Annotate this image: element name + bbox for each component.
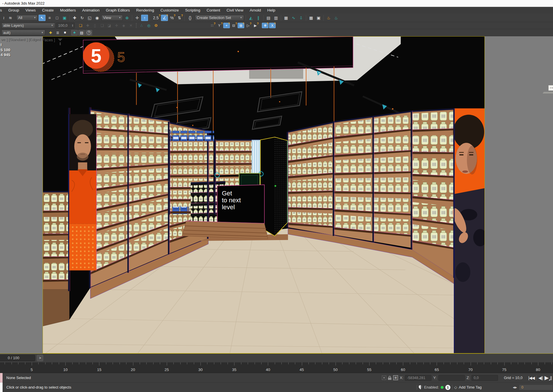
render-setup-icon[interactable]: ▩ — [308, 15, 315, 21]
snap-frozen-icon[interactable]: ❄? — [262, 23, 268, 28]
snap-face-filled-icon[interactable]: ▶? — [252, 23, 259, 28]
isolate-selection-icon[interactable] — [382, 376, 386, 380]
layer-stack-icon[interactable]: ≣ — [54, 30, 61, 35]
menu-item-create[interactable]: Create — [39, 7, 57, 14]
snap-sphere-icon[interactable]: ❂ — [153, 23, 159, 28]
unlink-selection-icon[interactable]: ≋ — [7, 15, 14, 21]
edit-named-selection-sets-icon[interactable]: {} — [186, 15, 194, 21]
x-coordinate-field[interactable]: -58348,281 — [405, 375, 431, 381]
percent-snap-toggle-icon[interactable]: %? — [168, 15, 175, 21]
y-coordinate-field[interactable] — [438, 375, 465, 381]
preset-dropdown[interactable]: ault)▼ — [1, 30, 45, 35]
menu-item-help[interactable]: Help — [264, 7, 279, 14]
reference-coordinate-system-dropdown[interactable]: View▼ — [101, 15, 123, 21]
track-bar[interactable]: 5101520253035404550556065707580 — [0, 362, 553, 373]
selection-filter-dropdown[interactable]: All▼ — [16, 15, 38, 21]
menu-item-arnold[interactable]: Arnold — [247, 7, 264, 14]
select-and-manipulate-icon[interactable]: ✛ — [134, 15, 141, 21]
add-keyframe-icon[interactable]: ✚ — [47, 30, 54, 35]
select-and-place-icon[interactable]: ◉ — [94, 15, 101, 21]
menu-item-scripting[interactable]: Scripting — [182, 7, 204, 14]
selection-lock-icon[interactable] — [388, 376, 391, 380]
play-button[interactable]: ▶ — [544, 374, 548, 381]
add-time-tag[interactable]: Add Time Tag — [459, 385, 482, 389]
layer-value-spinner[interactable]: 100,0▲▼ — [56, 23, 75, 28]
viewcube[interactable]: FRON — [548, 85, 553, 91]
snap-midpoint-icon[interactable]: ⊟? — [230, 23, 237, 28]
snap-grid-points-icon[interactable]: ∷? — [209, 23, 215, 28]
frame-spinner-icon[interactable]: ◀▶ — [513, 386, 517, 389]
previous-frame-button[interactable]: ◀|| — [538, 376, 543, 380]
keyboard-shortcut-override-icon[interactable]: ↑ — [141, 15, 148, 21]
named-selection-sets-dropdown[interactable]: Create Selection Set▼ — [195, 15, 244, 21]
snap-x-icon[interactable]: X? — [269, 23, 276, 28]
schematic-view-icon[interactable]: ∿ — [290, 15, 297, 21]
absolute-mode-transform-icon[interactable]: ✛ — [393, 375, 398, 380]
curve-editor-icon[interactable]: ▦ — [283, 15, 289, 21]
manage-layers-icon[interactable]: ❏ — [77, 23, 84, 28]
key-count-badge[interactable]: 1 — [445, 385, 450, 390]
snap-endpoint-icon[interactable]: +? — [223, 23, 230, 28]
filter-funnel-icon[interactable] — [58, 39, 63, 41]
menu-item-civil-view[interactable]: Civil View — [224, 7, 247, 14]
menu-item-views[interactable]: Views — [22, 7, 39, 14]
menu-item-content[interactable]: Content — [203, 7, 223, 14]
menu-item-graph-editors[interactable]: Graph Editors — [103, 7, 133, 14]
viewport-area[interactable]: ve ] [Standard ] [Edged Faces ] l 5 100 … — [0, 36, 553, 353]
freeze-layer-icon[interactable]: ✕ — [128, 23, 134, 28]
select-by-name-icon[interactable]: ≡ — [46, 15, 53, 21]
snap-target-icon[interactable]: ◎ — [145, 23, 152, 28]
spinner-snap-toggle-icon[interactable]: ⇅? — [176, 15, 183, 21]
set-current-layer-icon[interactable]: ✛ — [113, 23, 120, 28]
rendered-frame-window-icon[interactable]: ▣ — [315, 15, 322, 21]
add-selection-to-layer-icon[interactable]: ❏ — [99, 23, 105, 28]
menu-item-animation[interactable]: Animation — [79, 7, 103, 14]
select-objects-in-layer-icon[interactable]: ◪ — [106, 23, 113, 28]
time-slider-bar[interactable]: 0 / 100 > — [0, 353, 553, 362]
maxscript-mini-listener[interactable] — [0, 373, 3, 392]
menu-item-modifiers[interactable]: Modifiers — [57, 7, 79, 14]
use-pivot-point-center-icon[interactable]: ⊕ — [124, 15, 130, 21]
snap-face-icon[interactable]: ▷? — [245, 23, 251, 28]
z-coordinate-field[interactable]: 0,0 — [471, 375, 498, 381]
menu-item-group[interactable]: Group — [5, 7, 22, 14]
get-layer-from-selection-icon[interactable]: ◈ — [120, 23, 127, 28]
next-frame-button[interactable]: > — [37, 355, 43, 361]
material-editor-icon[interactable]: ⇩ — [298, 15, 304, 21]
create-new-layer-icon[interactable]: ✚ — [84, 23, 91, 28]
snaps-toggle-icon[interactable]: 2.5? — [151, 15, 160, 21]
scene-canvas[interactable]: 5 5 — [43, 37, 484, 353]
toggle-layer-explorer-icon[interactable]: ▥ — [272, 15, 279, 21]
render-production-icon[interactable]: ♨ — [325, 15, 332, 21]
help-icon[interactable]: ? — [86, 30, 92, 35]
menu-item-s[interactable]: s — [0, 7, 5, 14]
snap-pivot-icon[interactable]: Y? — [216, 23, 223, 28]
menu-item-rendering[interactable]: Rendering — [133, 7, 157, 14]
angle-snap-toggle-icon[interactable]: ∠? — [161, 15, 168, 21]
rectangular-selection-region-icon[interactable]: □ — [54, 15, 60, 21]
delete-layer-icon[interactable]: ▯ — [92, 23, 98, 28]
menu-item-customize[interactable]: Customize — [157, 7, 182, 14]
align-icon[interactable]: ∥ — [255, 15, 262, 21]
select-object-icon[interactable]: ↖ — [39, 15, 46, 21]
color-swatch-icon[interactable]: ■ — [62, 30, 68, 35]
select-and-move-icon[interactable]: ✚ — [71, 15, 78, 21]
window-crossing-toggle-icon[interactable]: ▣ — [61, 15, 68, 21]
select-and-scale-icon[interactable]: ◱ — [86, 15, 93, 21]
mirror-icon[interactable]: ◭ — [247, 15, 254, 21]
time-slider-value[interactable]: 0 / 100 — [0, 355, 35, 361]
camera-safe-frame[interactable]: 5 5 — [43, 36, 485, 353]
snap-dots-icon[interactable]: ∴ — [138, 23, 145, 28]
vegetation-icon[interactable]: ♣ — [71, 30, 78, 35]
snap-edge-icon[interactable]: ⊞? — [238, 23, 244, 28]
viewport-label[interactable]: ve ] [Standard ] [Edged Faces ] — [1, 38, 63, 42]
select-and-rotate-icon[interactable]: ↻ — [79, 15, 86, 21]
active-layer-dropdown[interactable]: able Layers)▼ — [1, 23, 55, 28]
current-frame-field[interactable]: 0 — [519, 385, 553, 390]
next-frame-cut-button[interactable]: || — [550, 376, 553, 380]
report-icon[interactable]: ▤ — [78, 30, 85, 35]
toggle-scene-explorer-icon[interactable]: ▤ — [265, 15, 272, 21]
select-and-link-icon[interactable]: ≀ — [1, 15, 6, 21]
render-iterative-icon[interactable]: ♨ — [333, 15, 340, 21]
go-to-start-button[interactable]: |◀◀ — [528, 376, 535, 380]
